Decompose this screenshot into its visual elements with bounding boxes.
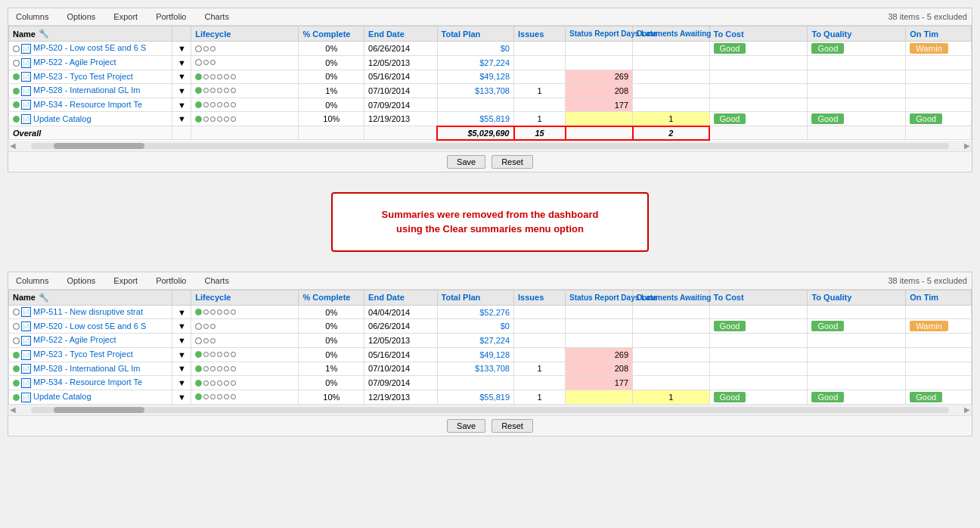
row-totalplan: $49,128 — [437, 348, 513, 362]
row-dropdown[interactable]: ▼ — [172, 42, 191, 56]
row-toquality — [808, 348, 906, 362]
row-toquality — [808, 376, 906, 390]
row-issues — [514, 348, 566, 362]
row-ontime — [906, 348, 972, 362]
row-totalplan: $55,819 — [437, 390, 513, 404]
bottom-save-button[interactable]: Save — [447, 419, 485, 433]
row-dropdown[interactable]: ▼ — [172, 84, 191, 98]
row-enddate: 07/10/2014 — [364, 84, 437, 98]
row-issues — [514, 319, 566, 334]
col-header-ontime: On Tim — [906, 26, 972, 42]
row-srdl — [566, 56, 633, 70]
top-save-button[interactable]: Save — [447, 155, 485, 169]
row-lifecycle — [191, 42, 299, 56]
row-dropdown[interactable]: ▼ — [172, 305, 191, 319]
message-line1: Summaries were removed from the dashboar… — [351, 207, 629, 222]
menu-charts[interactable]: Charts — [201, 11, 231, 23]
row-tocost — [709, 348, 808, 362]
bottom-col-issues: Issues — [514, 290, 566, 305]
row-lifecycle — [191, 348, 299, 362]
row-name: 📄 MP-522 - Agile Project — [9, 334, 172, 348]
row-dropdown[interactable]: ▼ — [172, 70, 191, 84]
table-row: 📄 MP-511 - New disruptive strat▼0%04/04/… — [9, 305, 972, 319]
row-tocost: Good — [709, 112, 808, 126]
row-docawait — [633, 98, 709, 112]
row-tocost — [709, 334, 808, 348]
row-toquality: Good — [808, 112, 906, 126]
row-issues — [514, 42, 566, 56]
row-name: 📄 Update Catalog — [9, 112, 172, 126]
table-row: 📄 MP-528 - International GL Im▼1%07/10/2… — [9, 362, 972, 376]
row-srdl: 177 — [566, 376, 633, 390]
row-srdl — [566, 390, 633, 404]
row-dropdown[interactable]: ▼ — [172, 376, 191, 390]
menu-options[interactable]: Options — [64, 11, 98, 23]
row-name: 📄 MP-528 - International GL Im — [9, 84, 172, 98]
row-ontime: Good — [906, 112, 972, 126]
row-dropdown[interactable]: ▼ — [172, 112, 191, 126]
row-totalplan: $55,819 — [437, 112, 513, 126]
row-dropdown[interactable]: ▼ — [172, 98, 191, 112]
row-totalplan: $0 — [437, 42, 513, 56]
menu-columns[interactable]: Columns — [13, 11, 51, 23]
col-header-srdl: Status Report Days Late — [566, 26, 633, 42]
menu-export[interactable]: Export — [110, 11, 141, 23]
row-totalplan: $49,128 — [437, 70, 513, 84]
col-header-pct: % Complete — [299, 26, 364, 42]
row-dropdown[interactable]: ▼ — [172, 319, 191, 334]
row-toquality — [808, 84, 906, 98]
top-menubar: Columns Options Export Portfolio Charts … — [8, 8, 972, 26]
row-enddate: 12/19/2013 — [364, 390, 437, 404]
row-dropdown[interactable]: ▼ — [172, 348, 191, 362]
row-dropdown[interactable]: ▼ — [172, 362, 191, 376]
row-tocost — [709, 376, 808, 390]
bottom-menu-items: Columns Options Export Portfolio Charts — [13, 275, 232, 287]
row-name: 📄 MP-522 - Agile Project — [9, 56, 172, 70]
bottom-reset-button[interactable]: Reset — [492, 419, 533, 433]
bottom-panel: Columns Options Export Portfolio Charts … — [8, 272, 972, 436]
row-lifecycle — [191, 319, 299, 334]
bottom-wrench-icon: 🔧 — [39, 293, 49, 303]
bottom-scrollbar[interactable]: ◀ ▶ — [8, 405, 972, 415]
menu-portfolio[interactable]: Portfolio — [153, 11, 189, 23]
row-docawait — [633, 305, 709, 319]
row-docawait — [633, 319, 709, 334]
bottom-menu-portfolio[interactable]: Portfolio — [153, 275, 189, 287]
top-grid-container: Name 🔧 Lifecycle % Complete End Date Tot… — [8, 26, 972, 141]
bottom-col-lifecycle: Lifecycle — [191, 290, 299, 305]
top-grid-table: Name 🔧 Lifecycle % Complete End Date Tot… — [8, 26, 972, 141]
top-menu-items: Columns Options Export Portfolio Charts — [13, 11, 232, 23]
row-tocost: Good — [709, 319, 808, 334]
row-dropdown[interactable]: ▼ — [172, 390, 191, 404]
row-srdl — [566, 305, 633, 319]
row-totalplan: $0 — [437, 319, 513, 334]
overall-docawait: 2 — [633, 126, 709, 140]
row-pct: 0% — [299, 348, 364, 362]
row-totalplan: $133,708 — [437, 84, 513, 98]
bottom-menu-columns[interactable]: Columns — [13, 275, 51, 287]
bottom-menu-charts[interactable]: Charts — [201, 275, 231, 287]
row-docawait — [633, 376, 709, 390]
table-row: 📄 MP-520 - Low cost 5E and 6 S▼0%06/26/2… — [9, 42, 972, 56]
table-row: 📄 MP-522 - Agile Project▼0%12/05/2013$27… — [9, 56, 972, 70]
col-header-tocost: To Cost — [709, 26, 808, 42]
bottom-btn-row: Save Reset — [8, 415, 972, 436]
bottom-menu-export[interactable]: Export — [110, 275, 141, 287]
row-srdl: 269 — [566, 348, 633, 362]
row-dropdown[interactable]: ▼ — [172, 334, 191, 348]
row-lifecycle — [191, 390, 299, 404]
row-srdl — [566, 42, 633, 56]
row-toquality: Good — [808, 42, 906, 56]
row-docawait — [633, 42, 709, 56]
row-tocost — [709, 56, 808, 70]
row-dropdown[interactable]: ▼ — [172, 56, 191, 70]
bottom-menu-options[interactable]: Options — [64, 275, 98, 287]
row-srdl — [566, 334, 633, 348]
top-scrollbar[interactable]: ◀ ▶ — [8, 141, 972, 151]
row-docawait — [633, 334, 709, 348]
row-enddate: 05/16/2014 — [364, 70, 437, 84]
row-ontime — [906, 305, 972, 319]
row-issues — [514, 334, 566, 348]
top-panel: Columns Options Export Portfolio Charts … — [8, 8, 972, 172]
top-reset-button[interactable]: Reset — [492, 155, 533, 169]
